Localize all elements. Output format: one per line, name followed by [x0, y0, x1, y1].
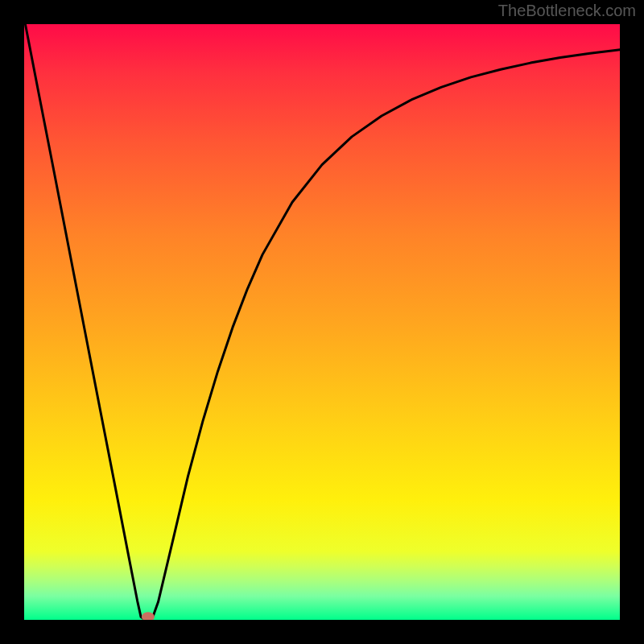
bottleneck-curve — [24, 24, 620, 620]
chart-svg — [24, 24, 620, 620]
minimum-marker-icon — [142, 612, 155, 620]
chart-frame: TheBottleneck.com — [0, 0, 644, 644]
watermark-text: TheBottleneck.com — [498, 2, 636, 20]
plot-area — [24, 24, 620, 620]
